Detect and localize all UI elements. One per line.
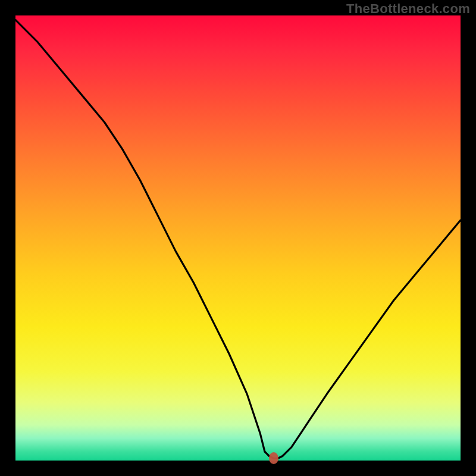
plot-area (15, 15, 461, 461)
watermark-text: TheBottleneck.com (346, 1, 470, 17)
bottleneck-curve-line (15, 20, 461, 459)
chart-frame: TheBottleneck.com (0, 0, 476, 476)
marker-dot (269, 452, 278, 464)
chart-svg (15, 15, 461, 461)
